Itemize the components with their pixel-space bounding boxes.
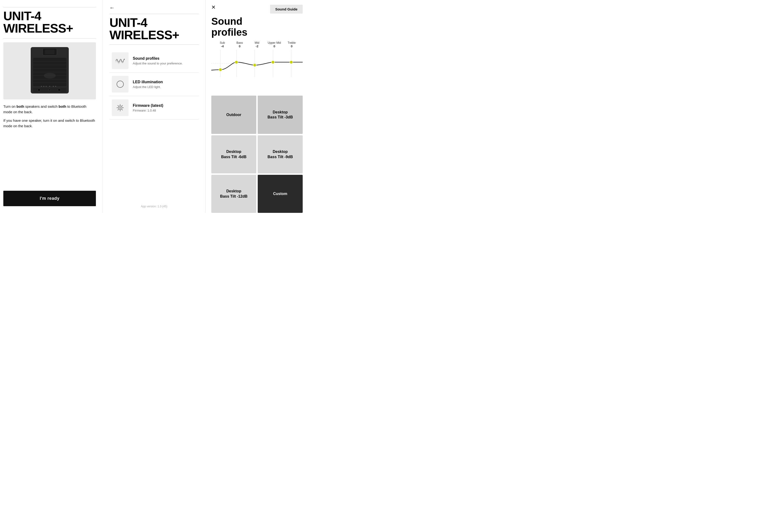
svg-point-14 bbox=[49, 89, 51, 91]
close-button[interactable]: ✕ bbox=[211, 5, 216, 10]
led-icon-box bbox=[112, 76, 128, 93]
svg-point-20 bbox=[53, 86, 54, 87]
sound-profiles-subtitle: Adjust the sound to your preference. bbox=[133, 62, 183, 65]
divider-bottom-middle bbox=[109, 44, 199, 45]
svg-point-16 bbox=[41, 86, 42, 87]
firmware-text: Firmware (latest) Firmware: 1.0.48 bbox=[133, 103, 163, 112]
svg-rect-2 bbox=[45, 49, 54, 54]
gear-icon bbox=[115, 102, 125, 113]
profile-desktop-6db[interactable]: DesktopBass Tilt -6dB bbox=[211, 135, 256, 173]
sound-profiles-title: Sound profiles bbox=[133, 56, 183, 61]
svg-point-22 bbox=[117, 81, 123, 88]
back-button[interactable]: ← bbox=[109, 5, 199, 11]
product-title-left: UNIT-4 WIRELESS+ bbox=[3, 10, 96, 34]
eq-chart bbox=[211, 49, 303, 92]
panel-right-header: ✕ Sound Guide bbox=[211, 5, 303, 14]
svg-point-33 bbox=[271, 61, 274, 64]
svg-point-30 bbox=[219, 68, 222, 71]
eq-band-treble: Treble 0 bbox=[283, 41, 300, 48]
svg-point-32 bbox=[253, 64, 256, 67]
svg-point-15 bbox=[58, 88, 61, 91]
instruction-2: If you have one speaker, turn it on and … bbox=[3, 118, 96, 129]
eq-band-mid: Mid -2 bbox=[248, 41, 266, 48]
svg-point-21 bbox=[55, 86, 56, 87]
menu-item-sound-profiles[interactable]: Sound profiles Adjust the sound to your … bbox=[109, 49, 199, 73]
svg-point-34 bbox=[289, 61, 293, 64]
eq-band-bass: Bass 0 bbox=[231, 41, 248, 48]
svg-point-23 bbox=[119, 107, 121, 108]
profile-desktop-3db[interactable]: DesktopBass Tilt -3dB bbox=[258, 96, 303, 134]
led-subtitle: Adjust the LED light. bbox=[133, 85, 163, 89]
sound-profiles-icon-box bbox=[112, 52, 128, 69]
led-text: LED illumination Adjust the LED light. bbox=[133, 80, 163, 89]
firmware-icon-box bbox=[112, 99, 128, 116]
sound-guide-button[interactable]: Sound Guide bbox=[270, 5, 303, 14]
menu-item-firmware[interactable]: Firmware (latest) Firmware: 1.0.48 bbox=[109, 96, 199, 120]
product-title-middle: UNIT-4 WIRELESS+ bbox=[109, 16, 199, 41]
eq-band-upper-mid: Upper Mid 0 bbox=[265, 41, 283, 48]
eq-band-sub: Sub -4 bbox=[214, 41, 231, 48]
sound-profiles-heading: Sound profiles bbox=[211, 16, 303, 38]
ready-button[interactable]: I'm ready bbox=[3, 191, 96, 206]
profile-desktop-9db[interactable]: DesktopBass Tilt -9dB bbox=[258, 135, 303, 173]
profile-grid: Outdoor DesktopBass Tilt -3dB DesktopBas… bbox=[211, 96, 303, 213]
svg-point-17 bbox=[43, 86, 44, 87]
panel-right: ✕ Sound Guide Sound profiles Sub -4 Bass… bbox=[206, 0, 308, 213]
divider-top-middle bbox=[109, 14, 199, 14]
profile-desktop-12db[interactable]: DesktopBass Tilt -12dB bbox=[211, 175, 256, 213]
svg-point-31 bbox=[235, 61, 238, 64]
firmware-subtitle: Firmware: 1.0.48 bbox=[133, 109, 163, 112]
menu-item-led[interactable]: LED illumination Adjust the LED light. bbox=[109, 73, 199, 96]
profile-outdoor[interactable]: Outdoor bbox=[211, 96, 256, 134]
waves-icon bbox=[115, 55, 125, 66]
sound-profiles-text: Sound profiles Adjust the sound to your … bbox=[133, 56, 183, 65]
firmware-title: Firmware (latest) bbox=[133, 103, 163, 108]
panel-middle: ← UNIT-4 WIRELESS+ Sound profiles Adjust… bbox=[103, 0, 206, 213]
circle-icon bbox=[115, 79, 125, 89]
divider-bottom-left bbox=[3, 38, 96, 39]
svg-point-11 bbox=[44, 73, 56, 78]
speaker-image bbox=[3, 42, 96, 99]
eq-curve-svg bbox=[211, 49, 303, 80]
divider-top-left bbox=[3, 7, 96, 7]
speaker-illustration bbox=[26, 45, 73, 97]
panel-left: UNIT-4 WIRELESS+ bbox=[0, 0, 103, 213]
svg-point-13 bbox=[38, 88, 40, 91]
led-title: LED illumination bbox=[133, 80, 163, 84]
svg-point-19 bbox=[49, 86, 50, 87]
profile-custom[interactable]: Custom bbox=[258, 175, 303, 213]
eq-band-labels: Sub -4 Bass 0 Mid -2 Upper Mid 0 Treble … bbox=[211, 41, 303, 48]
app-version: App version: 1.3 (45) bbox=[109, 202, 199, 208]
svg-point-18 bbox=[46, 86, 47, 87]
instruction-1: Turn on both speakers and switch both to… bbox=[3, 104, 96, 115]
